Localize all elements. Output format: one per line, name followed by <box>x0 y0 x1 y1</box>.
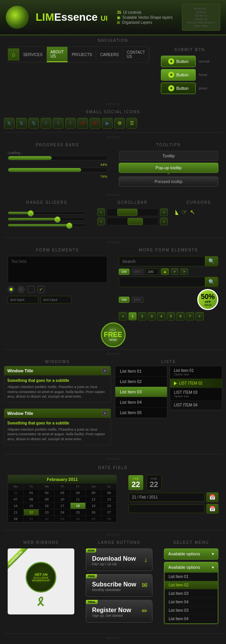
social-icon-twitter-2[interactable]: 𝕏 <box>16 118 27 129</box>
radio-button-1[interactable] <box>8 286 15 293</box>
select-open-header[interactable]: Available options ▾ <box>164 562 218 573</box>
calendar-toggle-button[interactable]: 📅 <box>206 492 218 502</box>
social-icon-twitter-3[interactable]: 𝕏 <box>28 118 39 129</box>
cal-day[interactable]: 27 <box>102 509 117 515</box>
slider-track-3[interactable] <box>8 224 86 227</box>
select-closed[interactable]: Available options ▾ <box>164 548 218 560</box>
cal-day[interactable]: 21 <box>8 509 23 515</box>
cal-day[interactable]: 14 <box>8 503 23 509</box>
social-icon-twitter-1[interactable]: 𝕏 <box>4 118 15 129</box>
toggle-off-2[interactable]: OFF <box>131 297 144 303</box>
cal-day[interactable]: 03 <box>55 490 70 496</box>
cal-day[interactable]: 09 <box>39 496 54 502</box>
select-option-1[interactable]: List Item 01 <box>165 573 218 581</box>
date-input[interactable] <box>128 493 205 502</box>
cal-day[interactable]: 28 <box>8 516 23 522</box>
cal-day[interactable]: 17 <box>55 503 70 509</box>
cal-day[interactable]: 11 <box>70 496 86 502</box>
scroll-right-arrow-2[interactable]: › <box>160 218 168 225</box>
page-next[interactable]: » <box>195 312 204 320</box>
social-icon-facebook-2[interactable]: f <box>53 118 64 129</box>
cal-day[interactable]: 01 <box>24 516 39 522</box>
cal-day[interactable]: 23 <box>39 509 54 515</box>
text-input-2[interactable] <box>41 296 71 304</box>
styled-list-item-01[interactable]: List Item 01 Option one <box>170 366 222 379</box>
social-icon-rss-1[interactable]: ☍ <box>77 118 88 129</box>
cal-day[interactable]: 05 <box>86 516 101 522</box>
page-7[interactable]: 7 <box>186 312 194 320</box>
number-input[interactable] <box>146 269 159 275</box>
button-hover[interactable]: + Button <box>161 69 196 81</box>
nav-home-button[interactable]: ⌂ <box>8 48 19 61</box>
cal-day[interactable]: 16 <box>39 503 54 509</box>
social-icon-settings-2[interactable]: ☰ <box>126 118 137 129</box>
scroll-left-arrow[interactable]: ‹ <box>97 208 105 216</box>
search-input-2[interactable] <box>119 277 205 287</box>
page-1[interactable]: 1 <box>128 312 137 320</box>
cal-day[interactable]: 24 <box>55 509 70 515</box>
social-icon-facebook-1[interactable]: f <box>41 118 51 129</box>
list-item-04[interactable]: List Item 04 <box>115 397 167 408</box>
scroll-left-arrow-2[interactable]: ‹ <box>97 218 105 225</box>
nav-item-careers[interactable]: CAREERS <box>96 50 123 60</box>
slider-thumb-3[interactable] <box>66 223 72 229</box>
cal-day[interactable]: 01 <box>24 490 39 496</box>
cal-day[interactable]: 19 <box>86 503 101 509</box>
checkbox-unchecked[interactable] <box>28 286 34 293</box>
styled-list-item-04[interactable]: LIST ITEM 04 <box>170 401 222 410</box>
cal-day[interactable]: 31 <box>8 490 23 496</box>
nav-item-aboutus[interactable]: ABOUT US <box>47 47 68 62</box>
select-option-3[interactable]: List Item 03 <box>165 590 218 598</box>
scroll-thumb-1[interactable] <box>117 209 138 216</box>
window-close-1[interactable]: ✕ <box>102 368 108 373</box>
page-prev[interactable]: « <box>119 312 127 320</box>
scroll-thumb-2[interactable] <box>128 218 143 225</box>
cal-day[interactable]: 06 <box>102 490 117 496</box>
page-4[interactable]: 4 <box>157 312 165 320</box>
cal-day[interactable]: 20 <box>102 503 117 509</box>
toggle-on-2[interactable]: ON <box>119 297 129 303</box>
slider-track-2[interactable] <box>8 218 86 221</box>
nav-item-projects[interactable]: PROJECTS <box>68 50 96 60</box>
select-option-5[interactable]: List Item 03 <box>165 606 218 615</box>
select-option-2[interactable]: List Item 02 <box>165 581 218 590</box>
calendar-toggle-button-2[interactable]: 📅 <box>206 504 218 514</box>
checkbox-checked[interactable]: ✓ <box>38 286 44 293</box>
window-close-2[interactable]: ✕ <box>102 411 108 416</box>
cal-day[interactable]: 06 <box>102 516 117 522</box>
large-btn-download[interactable]: NOW Download Now File*.zip / 16 mb ↓ <box>86 548 152 571</box>
list-item-02[interactable]: List Item 02 <box>115 376 167 387</box>
cal-day-today[interactable]: 18 <box>70 503 86 509</box>
num-up-btn[interactable]: ▲ <box>161 268 169 275</box>
cal-day[interactable]: 07 <box>8 496 23 502</box>
page-3[interactable]: 3 <box>147 312 156 320</box>
cal-day[interactable]: 25 <box>70 509 86 515</box>
toggle-on-1[interactable]: ON <box>119 269 129 275</box>
large-btn-register[interactable]: TRIAL Register Now Sign up, Get started … <box>86 600 152 623</box>
slider-thumb-2[interactable] <box>54 216 61 223</box>
page-5[interactable]: 5 <box>167 312 175 320</box>
cal-day[interactable]: 03 <box>55 516 70 522</box>
slider-track-1[interactable] <box>8 211 86 215</box>
cal-day[interactable]: 13 <box>102 496 117 502</box>
social-icon-youtube[interactable]: ▶ <box>102 118 113 129</box>
toggle-off-1[interactable]: OFF <box>131 269 144 275</box>
radio-button-2[interactable] <box>18 286 25 293</box>
cal-day[interactable]: 10 <box>55 496 70 502</box>
styled-list-item-03[interactable]: LIST ITEM 03 Option one <box>170 388 222 401</box>
cal-day[interactable]: 08 <box>24 496 39 502</box>
page-2[interactable]: 2 <box>138 312 146 320</box>
cal-day-selected[interactable]: 22 <box>24 509 39 515</box>
cal-day[interactable]: 05 <box>86 490 101 496</box>
social-icon-rss-2[interactable]: ☍ <box>90 118 100 129</box>
styled-list-item-02[interactable]: LIST ITEM 02 <box>170 379 222 388</box>
page-6[interactable]: 6 <box>176 312 185 320</box>
cal-day[interactable]: 02 <box>39 490 54 496</box>
search-button[interactable]: 🔍 <box>205 256 218 266</box>
search-input[interactable] <box>119 256 205 266</box>
button-normal[interactable]: + Button <box>161 56 196 67</box>
social-icon-settings-1[interactable]: ⚙ <box>114 118 125 129</box>
list-item-01[interactable]: List Item 01 <box>115 366 167 376</box>
date-input-2[interactable] <box>128 504 205 513</box>
select-option-4[interactable]: List Item 04 <box>165 598 218 606</box>
